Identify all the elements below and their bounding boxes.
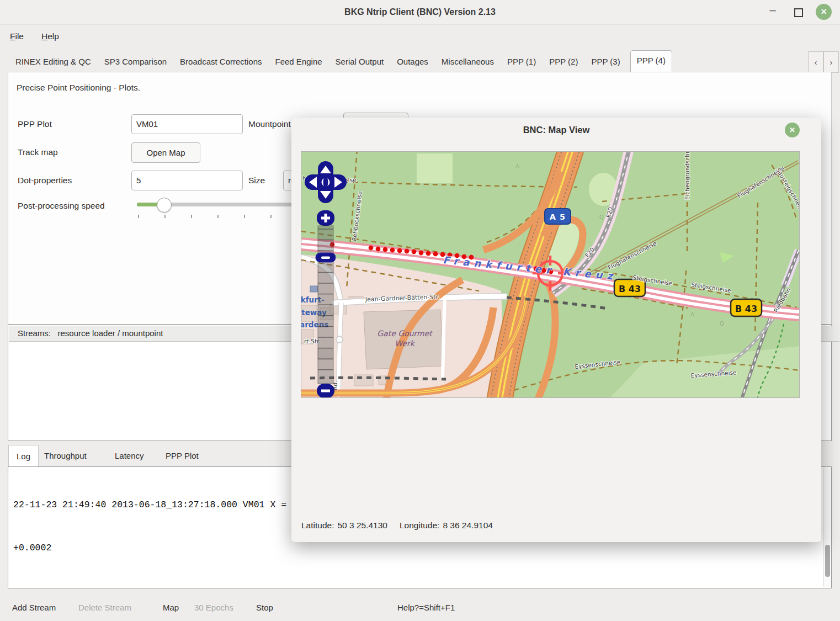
track-map-label: Track map: [18, 147, 58, 157]
tab-ppp-3[interactable]: PPP (3): [591, 51, 620, 72]
close-window-button[interactable]: ✕: [816, 4, 832, 20]
tab-scroll-right-button[interactable]: ›: [823, 51, 839, 73]
svg-text:A 5: A 5: [550, 213, 566, 221]
street-label-eichengrund: Eichengrundschneise: [684, 152, 690, 200]
latency-tab[interactable]: Latency: [115, 451, 144, 460]
tab-outages[interactable]: Outages: [397, 51, 428, 72]
slider-tick: [217, 215, 219, 218]
poi-label-gate-gourmet: Gate Gourmet: [377, 329, 433, 338]
slider-tick: [164, 215, 166, 218]
post-speed-label: Post-processing speed: [18, 201, 105, 211]
svg-text:Λ: Λ: [515, 163, 519, 169]
menu-bar: File Help: [0, 24, 840, 49]
pane-heading: Precise Point Positioning - Plots.: [17, 83, 140, 93]
tab-bar: RINEX Editing & QC SP3 Comparison Broadc…: [0, 49, 840, 72]
delete-stream-button: Delete Stream: [78, 603, 131, 612]
add-stream-button[interactable]: Add Stream: [12, 603, 56, 612]
close-dialog-button[interactable]: ✕: [785, 123, 800, 137]
map-button[interactable]: Map: [163, 603, 179, 612]
slider-tick: [138, 215, 139, 218]
ppp-plot-label: PPP Plot: [18, 119, 52, 129]
tab-rinex-editing-qc[interactable]: RINEX Editing & QC: [15, 51, 91, 72]
maximize-button[interactable]: [790, 4, 806, 20]
map-canvas[interactable]: ΛQΛQ A 5 B 43: [301, 151, 800, 398]
slider-tick: [244, 215, 245, 218]
slider-tick: [191, 215, 192, 218]
maximize-icon: [794, 8, 803, 17]
dialog-title: BNC: Map View: [291, 118, 821, 142]
tab-sp3-comparison[interactable]: SP3 Comparison: [104, 51, 167, 72]
a5-road-sign: A 5: [545, 209, 571, 224]
tab-scroll-buttons: ‹ ›: [808, 51, 839, 73]
tab-scroll-left-button[interactable]: ‹: [808, 51, 823, 73]
tab-ppp-2[interactable]: PPP (2): [549, 51, 578, 72]
log-line: 22-11-23 21:49:40 2013-06-18_13:27:19.00…: [13, 585, 789, 588]
slider-tick: [270, 215, 272, 218]
b43-road-sign-1: B 43: [614, 279, 645, 296]
svg-text:B 43: B 43: [735, 304, 757, 314]
longitude-label: Longitude:: [400, 521, 439, 530]
tab-serial-output[interactable]: Serial Output: [336, 51, 384, 72]
log-line: +0.0002: [13, 541, 789, 555]
throughput-tab[interactable]: Throughput: [44, 451, 87, 460]
bnc-window: BKG Ntrip Client (BNC) Version 2.13 – ✕ …: [0, 0, 840, 621]
tab-ppp-4[interactable]: PPP (4): [630, 50, 672, 72]
menu-help[interactable]: Help: [41, 31, 59, 41]
svg-text:B 43: B 43: [619, 284, 641, 294]
poi-label-gate-gourmet-2: Werk: [395, 339, 415, 348]
ppp-plot-input[interactable]: VM01: [131, 114, 243, 134]
svg-text:Q: Q: [599, 214, 604, 220]
map-svg[interactable]: ΛQΛQ A 5 B 43: [301, 152, 799, 397]
svg-text:Q: Q: [720, 321, 724, 327]
window-title: BKG Ntrip Client (BNC) Version 2.13: [0, 0, 840, 24]
tab-miscellaneous[interactable]: Miscellaneous: [442, 51, 494, 72]
map-zoom-control[interactable]: [316, 210, 336, 397]
tab-broadcast-corrections[interactable]: Broadcast Corrections: [180, 51, 262, 72]
b43-road-sign-2: B 43: [731, 299, 762, 316]
latitude-value: 50 3 25.4130: [337, 521, 387, 530]
svg-text:Λ: Λ: [690, 311, 694, 317]
stop-button[interactable]: Stop: [256, 603, 273, 612]
coordinate-status: Latitude:50 3 25.4130Longitude:8 36 24.9…: [301, 521, 496, 530]
map-view-dialog: BNC: Map View ✕: [291, 118, 821, 542]
latitude-label: Latitude:: [301, 521, 334, 530]
log-tab[interactable]: Log: [8, 445, 39, 468]
ppp-plot-tab[interactable]: PPP Plot: [166, 451, 199, 460]
help-hint: Help?=Shift+F1: [397, 603, 455, 612]
size-label: Size: [248, 176, 265, 185]
dot-properties-label: Dot-properties: [18, 176, 72, 185]
dot-size-input[interactable]: 5: [131, 171, 243, 190]
menu-file[interactable]: File: [10, 31, 24, 41]
log-scrollbar[interactable]: [823, 468, 832, 587]
epochs-button: 30 Epochs: [194, 603, 233, 612]
tab-ppp-1[interactable]: PPP (1): [507, 51, 536, 72]
post-speed-slider-handle[interactable]: [157, 198, 172, 213]
longitude-value: 8 36 24.9104: [443, 521, 493, 530]
tab-feed-engine[interactable]: Feed Engine: [275, 51, 322, 72]
minimize-button[interactable]: –: [765, 2, 780, 18]
open-map-button[interactable]: Open Map: [131, 142, 200, 163]
log-scrollbar-thumb[interactable]: [825, 545, 830, 577]
